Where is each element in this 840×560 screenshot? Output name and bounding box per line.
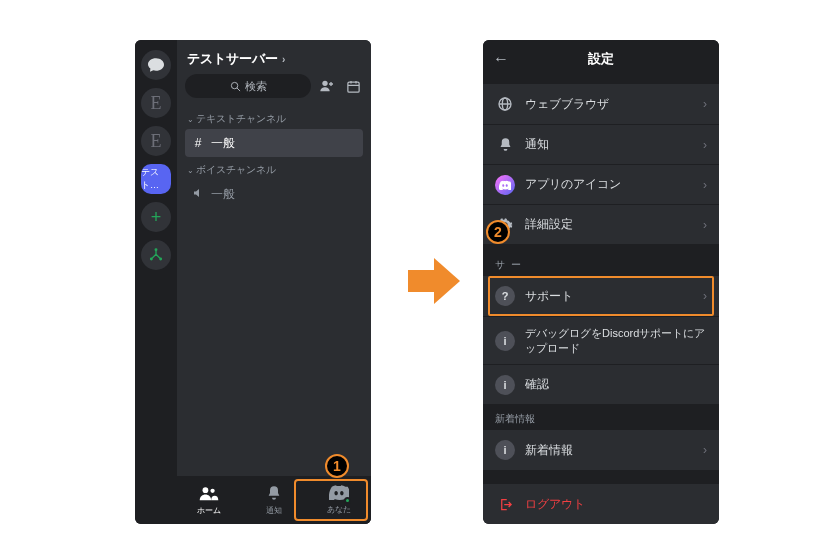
discord-app-icon (495, 175, 515, 195)
settings-item-confirm[interactable]: i 確認 (483, 364, 719, 404)
back-button[interactable]: ← (493, 50, 509, 68)
server-icon-e2[interactable]: E (141, 126, 171, 156)
info-icon: i (495, 331, 515, 351)
confirm-label: 確認 (525, 376, 707, 393)
magnifier-icon (230, 81, 241, 92)
bottom-nav: ホーム 通知 あなた (177, 476, 371, 524)
globe-icon (495, 94, 515, 114)
discover-servers-button[interactable] (141, 240, 171, 270)
whats-new-label: 新着情報 (525, 442, 693, 459)
callout-highlight-1 (294, 479, 368, 521)
category-text-channels[interactable]: ⌄ テキストチャンネル (185, 106, 363, 129)
chat-bubble-icon (148, 58, 164, 72)
notifications-label: 通知 (525, 136, 693, 153)
settings-item-whats-new[interactable]: i 新着情報 › (483, 430, 719, 470)
settings-item-app-icon[interactable]: アプリのアイコン › (483, 164, 719, 204)
settings-item-advanced[interactable]: 詳細設定 › (483, 204, 719, 244)
support-label: サポート (525, 288, 693, 305)
chevron-right-icon: › (703, 138, 707, 152)
group-label-whats-new: 新着情報 (483, 404, 719, 430)
person-plus-icon (319, 78, 335, 94)
svg-rect-6 (347, 82, 358, 92)
caret-down-icon: ⌄ (187, 115, 194, 124)
app-icon-label: アプリのアイコン (525, 176, 693, 193)
channel-pane: テストサーバー › 検索 ⌄ テキストチャンネル # 一般 ⌄ ボイスチャンネ (177, 40, 371, 524)
server-rail: E E テスト… + (135, 40, 177, 524)
group-label-support: サ ー (483, 244, 719, 276)
chevron-right-icon: › (703, 443, 707, 457)
question-icon: ? (495, 286, 515, 306)
channel-general-voice[interactable]: 一般 (185, 180, 363, 208)
speaker-icon (191, 187, 205, 202)
category-voice-label: ボイスチャンネル (196, 163, 276, 177)
callout-badge-2: 2 (486, 220, 510, 244)
settings-item-debug-upload[interactable]: i デバッグログをDiscordサポートにアップロード (483, 316, 719, 364)
svg-point-10 (203, 487, 209, 493)
settings-title: 設定 (588, 50, 614, 68)
discord-settings-screen: ← 設定 ウェブブラウザ › 通知 › アプリのアイコン › (483, 40, 719, 524)
invite-button[interactable] (317, 76, 337, 96)
nav-home-label: ホーム (197, 505, 221, 516)
channel-voice-label: 一般 (211, 186, 235, 203)
hub-icon (148, 247, 164, 263)
svg-point-0 (155, 248, 158, 251)
advanced-label: 詳細設定 (525, 216, 693, 233)
transition-arrow (408, 258, 460, 304)
caret-down-icon: ⌄ (187, 166, 194, 175)
friends-icon (199, 485, 219, 504)
hash-icon: # (191, 136, 205, 150)
calendar-button[interactable] (343, 76, 363, 96)
chevron-right-icon: › (703, 97, 707, 111)
category-voice-channels[interactable]: ⌄ ボイスチャンネル (185, 157, 363, 180)
chevron-right-icon: › (703, 178, 707, 192)
search-input[interactable]: 検索 (185, 74, 311, 98)
logout-label: ログアウト (525, 496, 707, 513)
svg-point-3 (231, 82, 237, 88)
server-icon-selected[interactable]: テスト… (141, 164, 171, 194)
dm-button[interactable] (141, 50, 171, 80)
settings-body: ウェブブラウザ › 通知 › アプリのアイコン › 詳細設定 › サ ー (483, 78, 719, 524)
server-icon-e1[interactable]: E (141, 88, 171, 118)
svg-line-4 (236, 87, 239, 90)
settings-item-support[interactable]: ? サポート › (483, 276, 719, 316)
calendar-icon (346, 79, 361, 94)
category-text-label: テキストチャンネル (196, 112, 286, 126)
callout-badge-1: 1 (325, 454, 349, 478)
search-label: 検索 (245, 79, 267, 94)
info-icon: i (495, 440, 515, 460)
discord-channel-screen: E E テスト… + テストサーバー › 検索 (135, 40, 371, 524)
nav-notifications-label: 通知 (266, 505, 282, 516)
nav-home[interactable]: ホーム (177, 476, 242, 524)
add-server-button[interactable]: + (141, 202, 171, 232)
bell-icon (266, 485, 282, 504)
settings-item-logout[interactable]: ログアウト (483, 484, 719, 524)
web-browser-label: ウェブブラウザ (525, 96, 693, 113)
search-row: 検索 (185, 74, 363, 98)
channel-general-label: 一般 (211, 135, 235, 152)
logout-icon (495, 494, 515, 514)
settings-item-web-browser[interactable]: ウェブブラウザ › (483, 84, 719, 124)
chevron-right-icon: › (703, 218, 707, 232)
svg-point-5 (322, 81, 327, 86)
chevron-right-icon: › (703, 289, 707, 303)
server-title[interactable]: テストサーバー › (185, 48, 363, 74)
server-title-text: テストサーバー (187, 50, 278, 68)
settings-item-notifications[interactable]: 通知 › (483, 124, 719, 164)
bell-icon (495, 135, 515, 155)
chevron-right-icon: › (282, 54, 285, 65)
svg-point-11 (211, 488, 215, 492)
channel-general-text[interactable]: # 一般 (185, 129, 363, 157)
settings-header: ← 設定 (483, 40, 719, 78)
debug-upload-label: デバッグログをDiscordサポートにアップロード (525, 326, 707, 356)
info-icon: i (495, 375, 515, 395)
